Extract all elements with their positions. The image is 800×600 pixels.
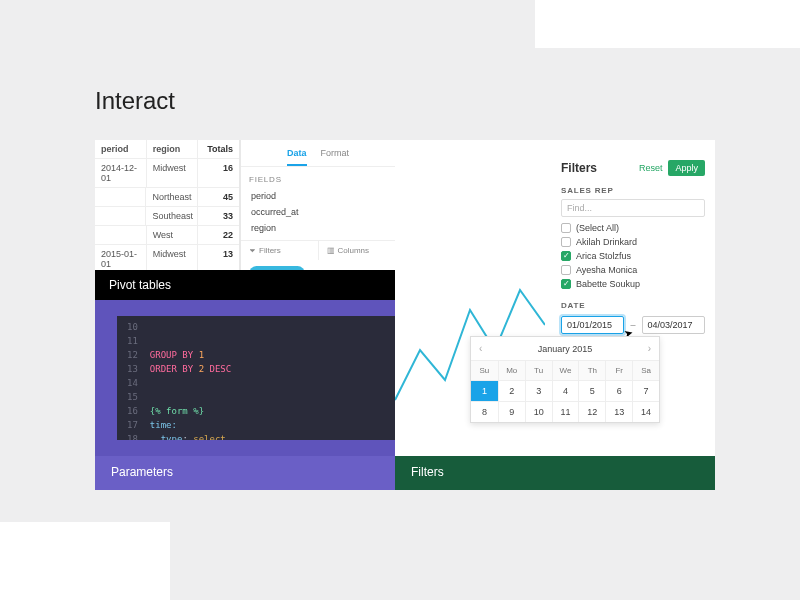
checkbox-icon: [561, 223, 571, 233]
calendar-dow: We: [552, 360, 579, 380]
line-number: 10: [127, 320, 138, 334]
salesrep-find-input[interactable]: Find...: [561, 199, 705, 217]
calendar-day[interactable]: 5: [578, 380, 605, 401]
table-row[interactable]: 2014-12-01Midwest16: [95, 159, 239, 188]
cell-region: Midwest: [147, 159, 199, 187]
line-number: 14: [127, 376, 138, 390]
columns-icon: [327, 246, 335, 255]
salesrep-label: (Select All): [576, 223, 619, 233]
parameters-card-title: Parameters: [95, 456, 395, 490]
calendar-day[interactable]: 12: [578, 401, 605, 422]
config-tabs: Data Format: [241, 140, 395, 167]
code-editor[interactable]: 101112131415161718 GROUP BY 1 ORDER BY 2…: [117, 316, 395, 440]
calendar-dow: Mo: [498, 360, 525, 380]
decor-block-top-right: [535, 0, 800, 48]
calendar-day[interactable]: 7: [632, 380, 659, 401]
cell-region: Northeast: [146, 188, 198, 206]
filters-card-title: Filters: [395, 456, 715, 490]
salesrep-item[interactable]: Ayesha Monica: [561, 263, 705, 277]
line-number: 12: [127, 348, 138, 362]
filters-heading: Filters: [561, 161, 597, 175]
filters-card: Filters Reset Apply SALES REP Find... (S…: [395, 140, 715, 490]
calendar-day[interactable]: 9: [498, 401, 525, 422]
prev-month-button[interactable]: ‹: [479, 343, 482, 354]
salesrep-label: Babette Soukup: [576, 279, 640, 289]
line-number: 11: [127, 334, 138, 348]
calendar-day[interactable]: 10: [525, 401, 552, 422]
cell-period: 2015-01-01: [95, 245, 147, 273]
line-number: 13: [127, 362, 138, 376]
calendar-day[interactable]: 1: [471, 380, 498, 401]
salesrep-section-label: SALES REP: [561, 186, 705, 195]
filters-dropzone[interactable]: Filters: [241, 241, 319, 260]
decor-block-bottom-left: [0, 522, 170, 600]
calendar-dow: Th: [578, 360, 605, 380]
col-region[interactable]: region: [147, 140, 199, 158]
checkbox-icon: ✓: [561, 251, 571, 261]
line-gutter: 101112131415161718: [117, 316, 146, 440]
line-number: 15: [127, 390, 138, 404]
calendar-dow: Su: [471, 360, 498, 380]
salesrep-label: Arica Stolzfus: [576, 251, 631, 261]
cell-totals: 33: [198, 207, 239, 225]
pivot-header-row: period region Totals: [95, 140, 239, 159]
salesrep-item[interactable]: (Select All): [561, 221, 705, 235]
cell-region: Midwest: [147, 245, 199, 273]
cell-totals: 45: [198, 188, 239, 206]
col-period[interactable]: period: [95, 140, 147, 158]
columns-dropzone[interactable]: Columns: [319, 241, 396, 260]
calendar-dow: Fr: [605, 360, 632, 380]
salesrep-item[interactable]: ✓Arica Stolzfus: [561, 249, 705, 263]
calendar-month-label: January 2015: [538, 344, 593, 354]
salesrep-item[interactable]: Akilah Drinkard: [561, 235, 705, 249]
table-row[interactable]: Northeast45: [95, 188, 239, 207]
field-item[interactable]: region: [241, 220, 395, 236]
cell-region: Southeast: [146, 207, 198, 225]
date-from-input[interactable]: 01/01/2015 ➤: [561, 316, 624, 334]
calendar-day[interactable]: 3: [525, 380, 552, 401]
field-item[interactable]: period: [241, 188, 395, 204]
checkbox-icon: ✓: [561, 279, 571, 289]
tab-data[interactable]: Data: [287, 146, 307, 166]
date-to-input[interactable]: 04/03/2017: [642, 316, 705, 334]
date-section-label: DATE: [561, 301, 705, 310]
funnel-icon: [249, 246, 256, 255]
calendar-day[interactable]: 8: [471, 401, 498, 422]
calendar-day[interactable]: 11: [552, 401, 579, 422]
cell-totals: 16: [198, 159, 239, 187]
col-totals[interactable]: Totals: [198, 140, 239, 158]
parameters-card: 101112131415161718 GROUP BY 1 ORDER BY 2…: [95, 300, 395, 490]
date-picker-popover: ‹ January 2015 › SuMoTuWeThFrSa123456789…: [470, 336, 660, 423]
checkbox-icon: [561, 237, 571, 247]
salesrep-item[interactable]: ✓Babette Soukup: [561, 277, 705, 291]
salesrep-label: Ayesha Monica: [576, 265, 637, 275]
calendar-day[interactable]: 6: [605, 380, 632, 401]
next-month-button[interactable]: ›: [648, 343, 651, 354]
line-number: 16: [127, 404, 138, 418]
calendar-dow: Tu: [525, 360, 552, 380]
field-item[interactable]: occurred_at: [241, 204, 395, 220]
calendar-dow: Sa: [632, 360, 659, 380]
table-row[interactable]: West22: [95, 226, 239, 245]
calendar-day[interactable]: 14: [632, 401, 659, 422]
cell-totals: 22: [198, 226, 239, 244]
table-row[interactable]: Southeast33: [95, 207, 239, 226]
cell-period: [95, 188, 146, 206]
calendar-day[interactable]: 4: [552, 380, 579, 401]
cell-totals: 13: [198, 245, 239, 273]
apply-button[interactable]: Apply: [668, 160, 705, 176]
cell-period: [95, 226, 147, 244]
reset-button[interactable]: Reset: [639, 163, 663, 173]
checkbox-icon: [561, 265, 571, 275]
page-title: Interact: [95, 87, 175, 115]
fields-label: FIELDS: [241, 167, 395, 188]
line-number: 17: [127, 418, 138, 432]
tab-format[interactable]: Format: [321, 146, 350, 166]
cell-region: West: [147, 226, 199, 244]
cell-period: 2014-12-01: [95, 159, 147, 187]
salesrep-label: Akilah Drinkard: [576, 237, 637, 247]
code-content: GROUP BY 1 ORDER BY 2 DESC {% form %} ti…: [146, 316, 264, 440]
field-controls: Filters Columns: [241, 240, 395, 260]
calendar-day[interactable]: 2: [498, 380, 525, 401]
calendar-day[interactable]: 13: [605, 401, 632, 422]
